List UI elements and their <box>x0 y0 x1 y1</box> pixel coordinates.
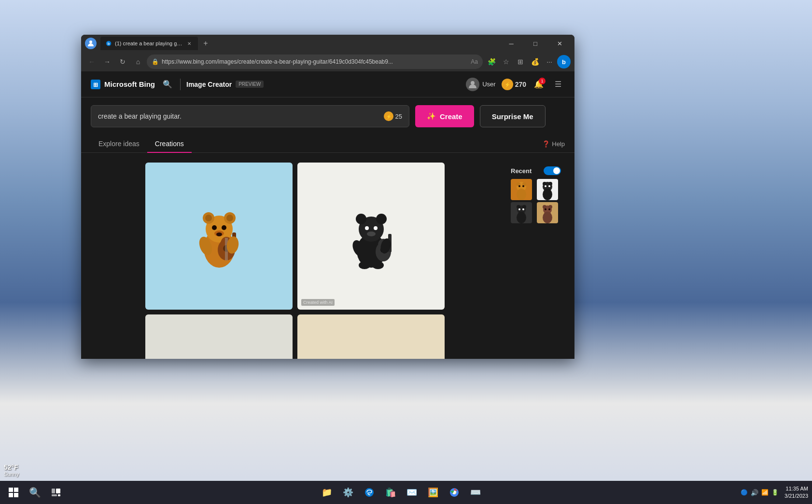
svg-point-82 <box>522 185 524 187</box>
help-label: Help <box>552 140 565 148</box>
toolbar-actions: 🧩 ☆ ⊞ 💰 ··· b <box>485 55 571 68</box>
svg-point-99 <box>543 205 546 209</box>
preview-badge: PREVIEW <box>236 81 264 88</box>
tab-favicon: b <box>105 40 112 47</box>
taskbar-clock[interactable]: 11:35 AM 3/21/2023 <box>784 485 808 500</box>
image-card-1[interactable] <box>145 163 293 310</box>
svg-point-32 <box>376 214 387 224</box>
svg-rect-108 <box>52 489 55 493</box>
svg-point-19 <box>216 232 222 236</box>
svg-point-87 <box>543 189 552 200</box>
recent-thumb-4-image <box>537 202 558 223</box>
search-taskbar-button[interactable]: 🔍 <box>25 483 44 502</box>
favorites-button[interactable]: ☆ <box>499 55 513 68</box>
battery-icon: 🔋 <box>771 489 779 496</box>
user-section[interactable]: User <box>466 78 495 91</box>
browser-window: b (1) create a bear playing guitar - ✕ +… <box>81 35 574 359</box>
tab-explore-ideas[interactable]: Explore ideas <box>91 135 147 152</box>
taskbar-chrome[interactable] <box>445 483 464 502</box>
taskbar-photos[interactable]: 🖼️ <box>423 483 443 502</box>
back-button[interactable]: ← <box>85 55 98 68</box>
svg-rect-109 <box>56 489 60 493</box>
tab-label: (1) create a bear playing guitar - <box>115 41 182 46</box>
browser-titlebar: b (1) create a bear playing guitar - ✕ +… <box>81 35 574 52</box>
coin-icon: ⚡ <box>502 79 513 90</box>
svg-point-33 <box>365 226 369 230</box>
svg-point-15 <box>226 215 233 221</box>
image-grid: Created with AI <box>145 163 445 359</box>
svg-text:⚡: ⚡ <box>386 114 392 120</box>
weather-temp: 52°F <box>4 463 19 471</box>
start-button[interactable] <box>4 483 23 502</box>
creations-label: Creations <box>155 140 184 148</box>
notification-button[interactable]: 🔔 1 <box>532 78 546 91</box>
create-button[interactable]: ✨ Create <box>415 105 474 127</box>
image-card-2[interactable]: Created with AI <box>297 163 445 310</box>
new-tab-button[interactable]: + <box>199 37 212 50</box>
taskbar-file-explorer[interactable]: 📁 <box>317 483 336 502</box>
recent-thumb-2[interactable] <box>537 179 558 200</box>
svg-point-88 <box>545 185 546 187</box>
svg-point-81 <box>518 185 520 187</box>
address-bar[interactable]: 🔒 https://www.bing.com/images/create/cre… <box>147 54 483 69</box>
taskbar-terminal[interactable]: ⌨️ <box>466 483 485 502</box>
svg-text:⚡: ⚡ <box>504 82 511 88</box>
edge-profile-button[interactable]: b <box>557 55 571 68</box>
collections-button[interactable]: ⊞ <box>514 55 527 68</box>
home-button[interactable]: ⌂ <box>131 55 145 68</box>
network-icon[interactable]: 📶 <box>761 489 769 496</box>
svg-point-16 <box>212 225 217 230</box>
content-tabs: Explore ideas Creations ❓ Help <box>81 135 574 153</box>
taskbar-store[interactable]: 🛍️ <box>381 483 400 502</box>
taskbar-edge[interactable] <box>360 483 379 502</box>
svg-point-94 <box>517 212 526 223</box>
svg-point-80 <box>517 189 526 200</box>
coin-amount: 25 <box>395 113 402 120</box>
recent-thumb-2-image <box>537 179 558 200</box>
recent-thumb-4[interactable] <box>537 202 558 223</box>
user-label: User <box>482 81 495 88</box>
svg-point-95 <box>518 208 520 210</box>
help-button[interactable]: ❓ Help <box>542 140 565 148</box>
bing-logo[interactable]: ⊞ Microsoft Bing <box>91 80 155 89</box>
maximize-button[interactable]: □ <box>524 36 546 51</box>
recent-thumb-3[interactable] <box>511 202 532 223</box>
recent-thumb-1[interactable] <box>511 179 532 200</box>
search-input-wrapper[interactable]: create a bear playing guitar. ⚡ 25 <box>91 105 409 127</box>
surprise-me-button[interactable]: Surprise Me <box>480 105 546 127</box>
page-header: ⊞ Microsoft Bing 🔍 Image Creator PREVIEW <box>81 71 574 97</box>
close-button[interactable]: ✕ <box>548 36 571 51</box>
taskbar-mail[interactable]: ✉️ <box>402 483 421 502</box>
svg-point-5 <box>471 81 475 85</box>
taskbar-settings[interactable]: ⚙️ <box>338 483 358 502</box>
taskbar-right: 🔵 🔊 📶 🔋 11:35 AM 3/21/2023 <box>737 485 808 500</box>
bluetooth-icon: 🔵 <box>741 489 748 496</box>
svg-point-85 <box>543 182 546 186</box>
create-icon: ✨ <box>427 112 436 121</box>
bing-image-creator-page: ⊞ Microsoft Bing 🔍 Image Creator PREVIEW <box>81 71 574 359</box>
extensions-button[interactable]: 🧩 <box>485 55 498 68</box>
explore-ideas-label: Explore ideas <box>98 140 140 148</box>
tab-creations[interactable]: Creations <box>147 135 192 152</box>
tab-close-button[interactable]: ✕ <box>185 40 193 47</box>
main-content: Created with AI <box>81 153 574 359</box>
recent-toggle[interactable] <box>544 166 561 175</box>
surprise-me-label: Surprise Me <box>492 112 533 121</box>
browser-profile-button[interactable] <box>85 38 97 49</box>
svg-point-103 <box>548 208 550 210</box>
volume-icon[interactable]: 🔊 <box>751 489 758 496</box>
search-icon[interactable]: 🔍 <box>161 78 174 91</box>
image-card-4[interactable] <box>297 314 445 359</box>
system-tray-icons: 🔵 🔊 📶 🔋 <box>737 489 783 496</box>
image-card-3[interactable] <box>145 314 293 359</box>
refresh-button[interactable]: ↻ <box>116 55 129 68</box>
wallet-button[interactable]: 💰 <box>528 55 542 68</box>
browser-content: ⊞ Microsoft Bing 🔍 Image Creator PREVIEW <box>81 71 574 359</box>
active-tab[interactable]: b (1) create a bear playing guitar - ✕ <box>100 37 198 50</box>
more-button[interactable]: ··· <box>543 55 556 68</box>
hamburger-menu-button[interactable]: ☰ <box>551 78 565 91</box>
svg-point-31 <box>356 214 366 224</box>
minimize-button[interactable]: ─ <box>500 36 522 51</box>
task-view-button[interactable] <box>46 483 66 502</box>
forward-button[interactable]: → <box>100 55 114 68</box>
